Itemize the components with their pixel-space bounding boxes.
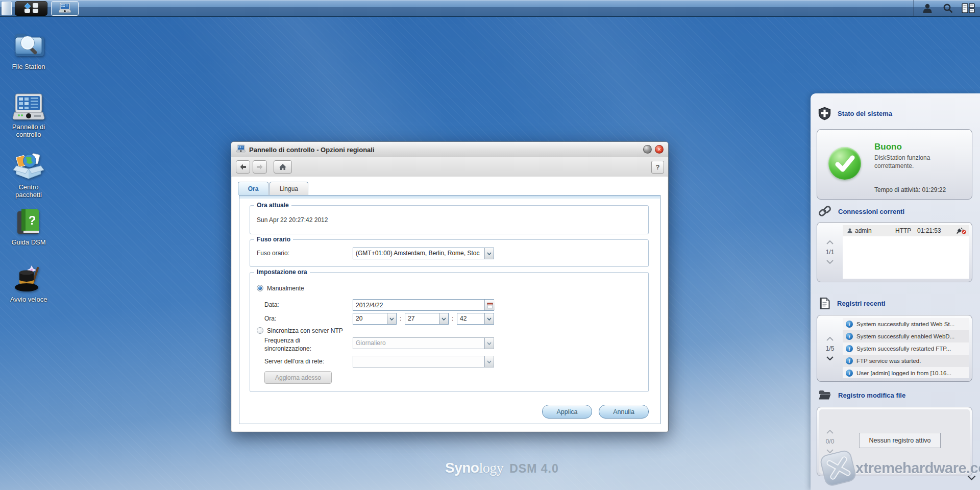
connections-pager: 1/1 [826,249,835,256]
second-select[interactable]: 42 [457,313,494,325]
manual-radio[interactable] [257,285,263,291]
status-ok-icon [828,147,861,180]
main-menu-button[interactable] [15,1,47,16]
minimize-button[interactable] [643,145,652,154]
ntp-server-label: Server dell'ora di rete: [264,358,324,365]
log-row[interactable]: iUser [admin] logged in from [10.16... [843,367,969,378]
tab-panel: Ora attuale Sun Apr 22 20:27:42 2012 Fus… [239,195,660,424]
connection-time: 01:21:53 [917,227,941,234]
back-button[interactable] [236,160,250,174]
desktop-icon-control-panel[interactable]: Pannello di controllo [3,92,54,139]
desktop-icon-label: File Station [3,63,54,71]
timezone-select[interactable]: (GMT+01:00) Amsterdam, Berlin, Rome, Sto… [353,248,494,259]
system-status-box: Buono DiskStation funziona correttamente… [817,129,972,200]
search-button[interactable] [941,2,954,14]
desktop-icon-file-station[interactable]: File Station [3,30,54,71]
close-icon: ✕ [657,147,662,152]
connection-row[interactable]: admin HTTP 01:21:53 [843,225,969,236]
chevron-down-icon [484,338,494,349]
package-center-icon [12,151,45,182]
taskbar-divider [913,0,914,16]
fieldset-timezone: Fuso orario Fuso orario: (GMT+01:00) Ams… [250,239,649,267]
control-panel-window: Pannello di controllo - Opzioni regional… [231,141,669,432]
system-health-widget: Stato del sistema Buono DiskStation funz… [811,93,980,490]
home-button[interactable] [274,160,292,174]
desktop-icon-label: Guida DSM [3,239,54,247]
desktop-icon-label: Pannello di controllo [3,124,54,139]
page-down-icon[interactable] [826,356,834,360]
connections-header: Connessioni correnti [818,204,904,219]
cancel-button[interactable]: Annulla [599,405,649,419]
desktop-background: File Station Pannello di controllo [0,0,980,490]
hour-select[interactable]: 20 [353,313,397,325]
log-row[interactable]: iSystem successfully started Web St... [843,318,969,330]
pilot-view-button[interactable] [962,2,975,14]
minute-select[interactable]: 27 [405,313,449,325]
forward-button[interactable] [253,160,267,174]
update-now-button: Aggiorna adesso [264,371,332,384]
ntp-radio[interactable] [257,327,263,334]
system-status-header: Stato del sistema [818,106,892,121]
chevron-down-icon [484,356,494,367]
page-up-icon[interactable] [826,240,834,244]
chevron-down-icon [484,313,494,324]
info-icon: i [846,345,853,352]
date-input[interactable] [353,299,494,311]
frequency-select: Giornaliero [353,337,494,349]
synology-logo: Synology [445,460,503,476]
log-row[interactable]: iSystem successfully enabled WebD... [843,330,969,342]
desktop-icon-label: Centro pacchetti [3,184,54,199]
page-up-icon[interactable] [826,337,834,341]
window-toolbar [231,157,668,177]
tab-ora[interactable]: Ora [238,182,268,195]
open-folder-icon [818,389,832,401]
main-menu-icon [21,2,41,15]
connections-list: admin HTTP 01:21:53 [843,225,969,279]
recent-logs-list: iSystem successfully started Web St... i… [843,318,969,378]
status-value: Buono [874,142,902,152]
connections-box: 1/1 admin HTTP 01:21:53 [817,222,972,282]
user-icon [922,3,933,14]
tab-lingua[interactable]: Lingua [270,182,308,195]
taskbar [0,0,980,17]
connection-protocol: HTTP [895,227,911,234]
calendar-button[interactable] [484,300,495,310]
uptime-value: Tempo di attività: 01:29:22 [874,186,946,193]
no-active-log-message: Nessun registro attivo [859,433,941,448]
desktop-icon-quick-start[interactable]: Avvio veloce [3,263,54,304]
desktop-icon-dsm-help[interactable]: ? Guida DSM [3,207,54,247]
window-titlebar[interactable]: Pannello di controllo - Opzioni regional… [231,142,668,158]
document-icon [818,297,831,310]
user-menu-button[interactable] [921,2,934,14]
fieldset-time-setting: Impostazione ora Manualmente Data: Ora: [250,272,649,392]
window-title: Pannello di controllo - Opzioni regional… [249,146,375,154]
fieldset-legend: Fuso orario [254,236,293,243]
watermark-text: xtremehardware.com [855,460,980,477]
page-up-icon[interactable] [826,430,834,434]
ntp-radio-label: Sincronizza con server NTP [267,327,343,334]
desktop-icon-label: Avvio veloce [3,296,54,304]
log-row[interactable]: iFTP service was started. [843,355,969,367]
help-button[interactable]: ? [651,161,664,174]
svg-text:?: ? [29,213,36,227]
desktop-icon-package-center[interactable]: Centro pacchetti [3,151,54,199]
close-button[interactable]: ✕ [655,145,664,154]
home-icon [279,163,287,170]
date-label: Data: [264,301,279,308]
log-row[interactable]: iSystem successfully restarted FTP... [843,342,969,355]
show-desktop-button[interactable] [2,2,12,15]
control-panel-icon [12,92,45,121]
recent-logs-box: 1/5 iSystem successfully started Web St.… [817,315,972,382]
info-icon: i [846,333,853,340]
disconnect-icon[interactable] [956,227,966,234]
apply-button[interactable]: Applica [542,405,592,419]
taskbar-item-control-panel[interactable] [51,1,79,16]
dsm-branding: Synology DSM 4.0 [445,460,559,476]
back-arrow-icon [239,164,247,170]
info-icon: i [846,321,853,328]
status-description: DiskStation funziona correttamente. [874,154,930,170]
page-down-icon[interactable] [826,260,834,264]
file-log-pager: 0/0 [826,438,835,445]
current-time-value: Sun Apr 22 20:27:42 2012 [257,216,328,224]
fieldset-legend: Ora attuale [254,202,291,209]
